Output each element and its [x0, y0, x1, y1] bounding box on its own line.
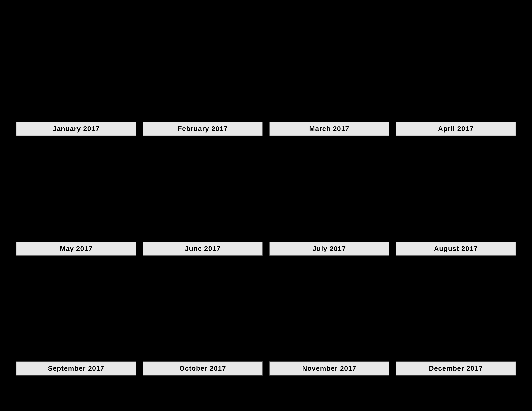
month-cell-july-2017[interactable]: July 2017 [266, 146, 393, 265]
month-cell-may-2017[interactable]: May 2017 [13, 146, 139, 265]
month-label-december-2017[interactable]: December 2017 [396, 361, 516, 375]
month-label-october-2017[interactable]: October 2017 [143, 361, 263, 375]
month-label-march-2017[interactable]: March 2017 [269, 122, 389, 136]
month-cell-april-2017[interactable]: April 2017 [393, 26, 519, 146]
month-label-july-2017[interactable]: July 2017 [269, 242, 389, 256]
month-cell-november-2017[interactable]: November 2017 [266, 265, 393, 385]
month-label-may-2017[interactable]: May 2017 [16, 242, 136, 256]
month-cell-march-2017[interactable]: March 2017 [266, 26, 393, 146]
month-label-september-2017[interactable]: September 2017 [16, 361, 136, 375]
month-label-november-2017[interactable]: November 2017 [269, 361, 389, 375]
month-label-august-2017[interactable]: August 2017 [396, 242, 516, 256]
month-cell-february-2017[interactable]: February 2017 [139, 26, 266, 146]
month-label-january-2017[interactable]: January 2017 [16, 122, 136, 136]
calendar-grid: January 2017February 2017March 2017April… [0, 0, 532, 411]
month-cell-june-2017[interactable]: June 2017 [139, 146, 266, 265]
month-cell-january-2017[interactable]: January 2017 [13, 26, 139, 146]
month-cell-december-2017[interactable]: December 2017 [393, 265, 519, 385]
month-cell-august-2017[interactable]: August 2017 [393, 146, 519, 265]
month-cell-september-2017[interactable]: September 2017 [13, 265, 139, 385]
month-label-june-2017[interactable]: June 2017 [143, 242, 263, 256]
month-label-april-2017[interactable]: April 2017 [396, 122, 516, 136]
month-cell-october-2017[interactable]: October 2017 [139, 265, 266, 385]
month-label-february-2017[interactable]: February 2017 [143, 122, 263, 136]
